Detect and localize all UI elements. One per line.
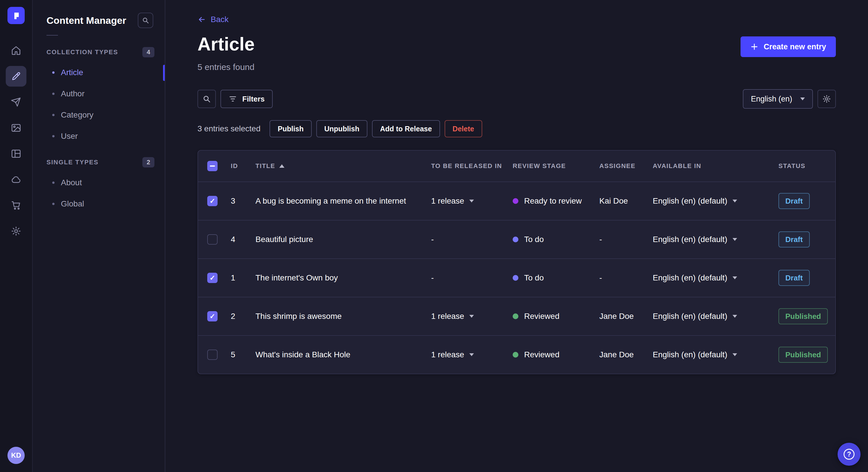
sidebar-item-article[interactable]: Article xyxy=(33,62,165,83)
sidebar-item-label: Category xyxy=(61,110,94,120)
row-title[interactable]: What's inside a Black Hole xyxy=(255,336,431,374)
back-label: Back xyxy=(211,15,228,24)
row-id: 5 xyxy=(231,350,255,359)
row-checkbox[interactable] xyxy=(207,349,218,360)
app-window: KD Content Manager COLLECTION TYPES 4 Ar… xyxy=(0,0,868,472)
locale-cell[interactable]: English (en) (default) xyxy=(653,273,778,282)
filters-label: Filters xyxy=(242,95,265,103)
status-cell: Published xyxy=(778,347,826,363)
create-new-entry-button[interactable]: Create new entry xyxy=(741,36,836,57)
marketplace-icon[interactable] xyxy=(6,195,26,216)
add-to-release-button[interactable]: Add to Release xyxy=(372,120,440,137)
status-cell: Draft xyxy=(778,231,826,247)
cloud-icon[interactable] xyxy=(6,169,26,190)
row-title[interactable]: The internet's Own boy xyxy=(255,259,431,297)
locale-cell[interactable]: English (en) (default) xyxy=(653,196,778,206)
table-row: 2 This shrimp is awesome 1 release Revie… xyxy=(198,297,835,335)
sidebar-section: SINGLE TYPES 2 About Global xyxy=(33,157,165,218)
locale-cell[interactable]: English (en) (default) xyxy=(653,350,778,359)
selection-actions: PublishUnpublishAdd to ReleaseDelete xyxy=(270,120,482,137)
search-icon xyxy=(142,16,150,24)
main-nav-rail: KD xyxy=(0,0,33,472)
release-cell[interactable]: 1 release xyxy=(431,350,513,359)
table-row: 1 The internet's Own boy - To do - Engli… xyxy=(198,258,835,297)
plus-icon xyxy=(750,43,758,51)
bullet-icon xyxy=(52,135,55,137)
section-label: SINGLE TYPES xyxy=(46,159,98,166)
locale-select[interactable]: English (en) xyxy=(743,89,813,109)
release-cell[interactable]: - xyxy=(431,235,513,244)
row-id: 2 xyxy=(231,312,255,321)
release-cell[interactable]: - xyxy=(431,273,513,282)
row-checkbox[interactable] xyxy=(207,234,218,245)
sidebar-header: Content Manager xyxy=(33,0,165,35)
assignee-cell: Jane Doe xyxy=(599,312,653,321)
rail-icon-list xyxy=(6,40,26,447)
sidebar-item-about[interactable]: About xyxy=(33,172,165,193)
content-manager-icon[interactable] xyxy=(6,66,26,87)
media-library-icon[interactable] xyxy=(6,117,26,138)
chevron-down-icon xyxy=(469,200,474,202)
avatar[interactable]: KD xyxy=(7,447,25,464)
header-assignee: ASSIGNEE xyxy=(599,162,653,170)
row-title[interactable]: This shrimp is awesome xyxy=(255,297,431,336)
strapi-logo[interactable] xyxy=(7,7,25,24)
review-stage-cell: Reviewed xyxy=(513,350,599,359)
review-stage-cell: To do xyxy=(513,273,599,282)
delete-button[interactable]: Delete xyxy=(445,120,482,137)
chevron-down-icon xyxy=(733,200,737,202)
status-cell: Published xyxy=(778,308,826,324)
page-header: Article Create new entry xyxy=(197,34,836,57)
filters-button[interactable]: Filters xyxy=(220,90,273,108)
sidebar-item-user[interactable]: User xyxy=(33,126,165,147)
row-id: 4 xyxy=(231,235,255,244)
gear-icon xyxy=(822,94,831,103)
bullet-icon xyxy=(52,181,55,184)
settings-icon[interactable] xyxy=(6,221,26,241)
help-button[interactable]: ? xyxy=(838,443,861,466)
filter-icon xyxy=(228,95,237,103)
row-checkbox[interactable] xyxy=(207,273,218,283)
entries-count: 5 entries found xyxy=(197,62,836,72)
select-all-checkbox[interactable] xyxy=(207,161,218,171)
locale-cell[interactable]: English (en) (default) xyxy=(653,235,778,244)
selection-bar: 3 entries selected PublishUnpublishAdd t… xyxy=(197,120,836,137)
toolbar-left: Filters xyxy=(197,90,273,108)
status-cell: Draft xyxy=(778,193,826,209)
releases-icon[interactable] xyxy=(6,92,26,112)
locale-cell[interactable]: English (en) (default) xyxy=(653,312,778,321)
row-title[interactable]: A bug is becoming a meme on the internet xyxy=(255,182,431,220)
question-mark-icon: ? xyxy=(844,449,855,460)
section-count-badge: 4 xyxy=(143,47,154,57)
status-badge: Draft xyxy=(778,270,810,286)
row-checkbox[interactable] xyxy=(207,196,218,206)
status-badge: Draft xyxy=(778,231,810,247)
arrow-left-icon xyxy=(197,15,206,24)
view-settings-button[interactable] xyxy=(817,90,836,108)
main-content: Back Article Create new entry 5 entries … xyxy=(165,0,868,472)
unpublish-button[interactable]: Unpublish xyxy=(316,120,367,137)
sidebar-search-button[interactable] xyxy=(138,12,153,28)
header-title[interactable]: TITLE xyxy=(255,162,431,170)
assignee-cell: - xyxy=(599,273,653,282)
search-button[interactable] xyxy=(197,90,216,108)
content-type-builder-icon[interactable] xyxy=(6,143,26,164)
strapi-logo-icon xyxy=(11,11,21,20)
status-cell: Draft xyxy=(778,270,826,286)
assignee-cell: Jane Doe xyxy=(599,350,653,359)
sidebar-item-global[interactable]: Global xyxy=(33,193,165,214)
row-checkbox[interactable] xyxy=(207,311,218,322)
sidebar-item-category[interactable]: Category xyxy=(33,104,165,126)
home-icon[interactable] xyxy=(6,40,26,61)
release-cell[interactable]: 1 release xyxy=(431,312,513,321)
row-title[interactable]: Beautiful picture xyxy=(255,220,431,259)
header-id[interactable]: ID xyxy=(231,162,255,170)
back-link[interactable]: Back xyxy=(197,15,228,24)
sidebar-item-author[interactable]: Author xyxy=(33,83,165,104)
content-manager-sidebar: Content Manager COLLECTION TYPES 4 Artic… xyxy=(33,0,165,472)
publish-button[interactable]: Publish xyxy=(270,120,311,137)
chevron-down-icon xyxy=(800,98,805,100)
stage-dot-icon xyxy=(513,275,518,281)
release-cell[interactable]: 1 release xyxy=(431,196,513,206)
row-id: 1 xyxy=(231,273,255,282)
